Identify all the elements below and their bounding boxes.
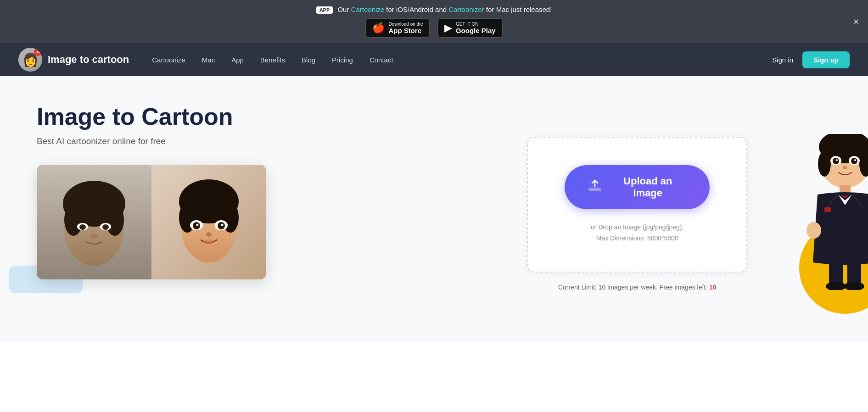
svg-point-26 <box>203 239 214 244</box>
limit-text: Current Limit: 10 images per week. Free … <box>558 284 717 291</box>
upload-hint-line1: or Drop an Image (jpg/png/jpeg); <box>565 222 710 233</box>
appstore-text: Download on the App Store <box>388 22 423 34</box>
svg-point-46 <box>826 282 846 290</box>
svg-point-37 <box>836 159 838 161</box>
svg-point-23 <box>196 224 199 226</box>
upload-button-label: Upload an Image <box>609 175 687 199</box>
hero-left: Image to Cartoon Best AI cartoonizer onl… <box>37 104 443 324</box>
apple-icon: 🍎 <box>372 22 385 34</box>
svg-point-7 <box>106 204 124 236</box>
googleplay-button[interactable]: ▶ GET IT ON Google Play <box>437 18 503 38</box>
cartoonize-link[interactable]: Cartoonize <box>351 6 385 13</box>
nav-app[interactable]: App <box>231 56 244 64</box>
svg-point-21 <box>193 222 200 229</box>
appstore-sub: Download on the <box>388 22 423 27</box>
nav-mac[interactable]: Mac <box>202 56 215 64</box>
face-cartoon-icon <box>151 165 266 279</box>
svg-point-25 <box>206 232 212 237</box>
nav-blog[interactable]: Blog <box>302 56 315 64</box>
banner-close-button[interactable]: × <box>853 17 859 27</box>
top-banner: APP Our Cartoonize for iOS/Android and C… <box>0 0 868 43</box>
svg-point-47 <box>844 282 864 290</box>
cartoon-character-decoration <box>795 139 868 314</box>
signin-button[interactable]: Sign in <box>772 56 793 64</box>
svg-point-10 <box>79 224 86 230</box>
upload-button[interactable]: Upload an Image <box>565 165 710 209</box>
svg-point-31 <box>818 151 831 177</box>
svg-rect-45 <box>847 260 861 285</box>
banner-text-middle: for iOS/Android and <box>386 6 448 13</box>
char-body-icon <box>799 134 868 300</box>
svg-point-11 <box>102 224 109 230</box>
hero-demo-images <box>37 165 266 279</box>
logo-link[interactable]: 👩 AI Image to cartoon <box>18 48 129 72</box>
cartoonizer-link[interactable]: Cartoonizer <box>448 6 484 13</box>
upload-card: Upload an Image or Drop an Image (jpg/pn… <box>527 137 747 273</box>
svg-point-42 <box>806 222 821 239</box>
appstore-main: App Store <box>388 27 423 34</box>
banner-store-buttons: 🍎 Download on the App Store ▶ GET IT ON … <box>18 18 850 38</box>
upload-hint: or Drop an Image (jpg/png/jpeg); Max Dim… <box>565 222 710 244</box>
svg-point-22 <box>218 222 225 229</box>
googleplay-sub: GET IT ON <box>456 22 496 27</box>
face-photo-icon <box>37 165 151 279</box>
svg-point-12 <box>90 233 98 239</box>
svg-point-35 <box>833 158 839 164</box>
svg-point-38 <box>854 159 856 161</box>
hero-right: Upload an Image or Drop an Image (jpg/pn… <box>443 104 832 324</box>
banner-text-suffix: for Mac just released! <box>486 6 552 13</box>
banner-line1: APP Our Cartoonize for iOS/Android and C… <box>18 6 850 14</box>
hero-cartoon <box>151 165 266 279</box>
hero-subtitle: Best AI cartoonizer online for free <box>37 136 425 146</box>
limit-label: Current Limit: 10 images per week. Free … <box>558 284 709 291</box>
hero-photo <box>37 165 151 279</box>
nav-cartoonize[interactable]: Cartoonize <box>152 56 185 64</box>
limit-count: 10 <box>709 284 717 291</box>
logo-text: Image to cartoon <box>48 54 129 66</box>
hero-images-wrapper <box>37 165 266 279</box>
banner-text-prefix: Our <box>337 6 351 13</box>
svg-point-24 <box>221 224 224 226</box>
svg-rect-44 <box>829 260 843 285</box>
logo-image: 👩 AI <box>18 48 42 72</box>
svg-point-39 <box>843 166 847 169</box>
nav-benefits[interactable]: Benefits <box>260 56 285 64</box>
navbar-actions: Sign in Sign up <box>772 51 850 68</box>
hero-section: Image to Cartoon Best AI cartoonizer onl… <box>0 76 868 342</box>
svg-point-36 <box>851 158 857 164</box>
nav-contact[interactable]: Contact <box>370 56 393 64</box>
svg-point-6 <box>64 204 83 236</box>
nav-pricing[interactable]: Pricing <box>332 56 353 64</box>
play-icon: ▶ <box>444 22 452 34</box>
ai-badge: AI <box>34 48 42 56</box>
hero-title: Image to Cartoon <box>37 104 425 130</box>
appstore-button[interactable]: 🍎 Download on the App Store <box>365 18 430 38</box>
googleplay-text: GET IT ON Google Play <box>456 22 496 34</box>
signup-button[interactable]: Sign up <box>802 51 850 68</box>
navbar-nav: Cartoonize Mac App Benefits Blog Pricing… <box>152 56 772 64</box>
svg-rect-28 <box>590 189 599 190</box>
navbar: 👩 AI Image to cartoon Cartoonize Mac App… <box>0 43 868 76</box>
svg-rect-41 <box>824 207 831 212</box>
googleplay-main: Google Play <box>456 27 496 34</box>
upload-icon <box>588 178 602 196</box>
upload-hint-line2: Max Dimensions: 5000*5000 <box>565 233 710 244</box>
app-tag: APP <box>316 6 333 14</box>
